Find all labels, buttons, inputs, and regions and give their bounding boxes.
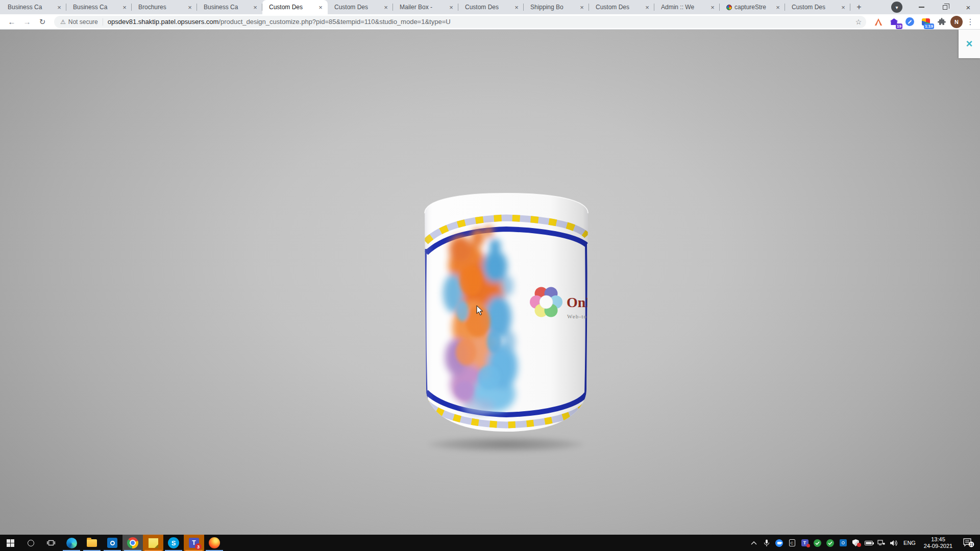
task-view-button[interactable] bbox=[41, 535, 61, 551]
tab-close-icon[interactable]: × bbox=[316, 3, 325, 11]
capture-extension-favicon bbox=[726, 5, 732, 10]
tray-date: 24-09-2021 bbox=[919, 543, 958, 549]
browser-tab[interactable]: Custom Des× bbox=[328, 0, 393, 14]
tab-close-icon[interactable]: × bbox=[251, 3, 259, 11]
tray-defender-icon[interactable] bbox=[849, 535, 862, 551]
tray-outlook-icon[interactable] bbox=[837, 535, 849, 551]
extension-timer-icon[interactable]: 1:19 bbox=[919, 15, 933, 29]
tab-close-icon[interactable]: × bbox=[186, 3, 194, 11]
minimize-icon bbox=[919, 7, 924, 8]
tray-status-check-icon[interactable] bbox=[811, 535, 824, 551]
new-tab-button[interactable]: + bbox=[852, 1, 866, 14]
start-button[interactable] bbox=[0, 535, 20, 551]
browser-tab[interactable]: Custom Des× bbox=[589, 0, 654, 14]
browser-tab[interactable]: Shipping Bo× bbox=[524, 0, 589, 14]
extension-compass-icon[interactable] bbox=[903, 15, 917, 29]
forward-button[interactable]: → bbox=[20, 15, 34, 29]
browser-tab[interactable]: Custom Des× bbox=[458, 0, 524, 14]
windows-taskbar: S T3 C T bbox=[0, 535, 980, 551]
not-secure-warning-icon[interactable]: ⚠ bbox=[60, 18, 66, 26]
restore-button[interactable] bbox=[933, 0, 957, 14]
browser-menu-button[interactable]: ⋮ bbox=[965, 17, 976, 27]
browser-tab[interactable]: Brochures× bbox=[132, 0, 197, 14]
extension-caret-icon[interactable] bbox=[871, 15, 885, 29]
taskbar-skype-button[interactable]: S bbox=[163, 535, 184, 551]
taskbar-firefox-button[interactable] bbox=[204, 535, 225, 551]
tray-show-hidden-icons-button[interactable] bbox=[747, 535, 760, 551]
bookmark-star-icon[interactable]: ☆ bbox=[853, 16, 864, 28]
battery-glyph bbox=[865, 541, 873, 545]
chevron-up-icon bbox=[751, 541, 757, 545]
close-window-button[interactable]: × bbox=[957, 0, 980, 14]
puzzle-glyph bbox=[938, 18, 946, 26]
tray-volume-icon[interactable] bbox=[888, 535, 900, 551]
back-button[interactable]: ← bbox=[5, 15, 18, 29]
reload-button[interactable]: ↻ bbox=[36, 15, 49, 29]
browser-tab[interactable]: Business Ca× bbox=[1, 0, 66, 14]
tab-close-icon[interactable]: × bbox=[512, 3, 521, 11]
taskbar-outlook-button[interactable] bbox=[102, 535, 122, 551]
tray-clipboard-icon[interactable]: C bbox=[786, 535, 798, 551]
tab-close-icon[interactable]: × bbox=[708, 3, 717, 11]
sticky-notes-icon bbox=[149, 538, 158, 548]
taskbar-file-explorer-button[interactable] bbox=[82, 535, 102, 551]
tab-close-icon[interactable]: × bbox=[643, 3, 651, 11]
studio-close-icon[interactable]: × bbox=[966, 37, 973, 51]
tab-title: Business Ca bbox=[8, 4, 55, 11]
tab-close-icon[interactable]: × bbox=[839, 3, 847, 11]
tray-status-check-icon-2[interactable] bbox=[824, 535, 837, 551]
minimize-button[interactable] bbox=[910, 0, 933, 14]
tab-close-icon[interactable]: × bbox=[120, 3, 129, 11]
tab-close-icon[interactable]: × bbox=[55, 3, 63, 11]
clipboard-glyph: C bbox=[789, 539, 795, 546]
studio-close-panel[interactable]: × bbox=[959, 30, 980, 58]
taskbar-sticky-notes-button[interactable] bbox=[143, 535, 163, 551]
browser-tab[interactable]: Custom Des× bbox=[785, 0, 850, 14]
profile-avatar[interactable]: N bbox=[950, 16, 963, 28]
tab-close-icon[interactable]: × bbox=[774, 3, 782, 11]
browser-tab[interactable]: captureStre× bbox=[720, 0, 785, 14]
browser-tab-active[interactable]: Custom Des× bbox=[262, 0, 328, 14]
tray-battery-icon[interactable] bbox=[862, 535, 875, 551]
tray-language-indicator[interactable]: ENG bbox=[900, 540, 919, 546]
tab-title: Business Ca bbox=[204, 4, 251, 11]
tab-title: Mailer Box - bbox=[400, 4, 447, 11]
taskbar-edge-button[interactable] bbox=[61, 535, 82, 551]
tab-close-icon[interactable]: × bbox=[578, 3, 586, 11]
cortana-button[interactable] bbox=[20, 535, 41, 551]
tab-close-icon[interactable]: × bbox=[447, 3, 455, 11]
action-center-button[interactable]: 21 bbox=[958, 535, 980, 551]
tray-teams-icon[interactable]: T bbox=[798, 535, 811, 551]
mug-3d-preview[interactable]: OnPrint Web-to-Print bbox=[418, 189, 595, 447]
edge-icon bbox=[66, 538, 77, 548]
design-3d-canvas[interactable]: OnPrint Web-to-Print × bbox=[0, 30, 980, 535]
tray-microphone-icon[interactable] bbox=[760, 535, 773, 551]
tray-clock[interactable]: 13:45 24-09-2021 bbox=[919, 536, 958, 549]
teams-icon: T3 bbox=[189, 538, 199, 548]
address-bar[interactable]: ⚠ Not secure opsdev81.shaktip.patel.opsu… bbox=[54, 16, 866, 28]
skype-icon: S bbox=[168, 537, 179, 548]
windows-logo-icon bbox=[7, 539, 14, 547]
taskbar-teams-button[interactable]: T3 bbox=[184, 535, 204, 551]
tray-time: 13:45 bbox=[919, 536, 958, 543]
tab-close-icon[interactable]: × bbox=[382, 3, 390, 11]
notification-count-badge: 21 bbox=[969, 542, 973, 547]
compass-glyph bbox=[905, 17, 914, 26]
firefox-icon bbox=[209, 537, 220, 548]
tab-search-button[interactable]: ▾ bbox=[891, 2, 902, 13]
home-extension-badge: 19 bbox=[896, 23, 902, 29]
tray-zoom-icon[interactable] bbox=[773, 535, 786, 551]
browser-tab[interactable]: Admin :: We× bbox=[654, 0, 720, 14]
browser-tab[interactable]: Business Ca× bbox=[197, 0, 262, 14]
extension-home-icon[interactable]: 19 bbox=[887, 15, 901, 29]
taskbar-chrome-button[interactable] bbox=[122, 535, 143, 551]
tray-network-icon[interactable] bbox=[875, 535, 888, 551]
browser-tab[interactable]: Mailer Box -× bbox=[393, 0, 458, 14]
green-check-glyph bbox=[826, 539, 834, 547]
tab-title: Admin :: We bbox=[661, 4, 708, 11]
browser-tab[interactable]: Business Ca× bbox=[66, 0, 132, 14]
cortana-icon bbox=[28, 540, 34, 546]
extensions-puzzle-icon[interactable] bbox=[935, 15, 948, 29]
ethernet-glyph bbox=[877, 540, 885, 546]
security-label: Not secure bbox=[68, 18, 98, 26]
